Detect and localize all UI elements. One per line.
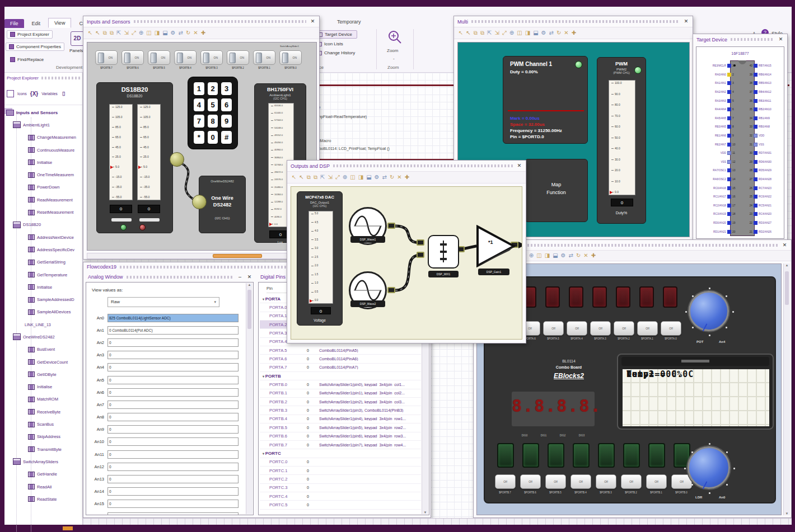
port-button[interactable]: Off xyxy=(590,321,611,336)
toolbar-icon[interactable]: ↖ xyxy=(459,30,463,36)
pin-row[interactable]: RE0/AN58 xyxy=(698,123,739,131)
find-replace-button[interactable]: Find/Replace xyxy=(7,55,47,64)
toolbar-icon[interactable]: ↖ xyxy=(88,30,92,36)
channel-value-input[interactable]: 825 ComboBL0114(LightSensor ADC) xyxy=(107,314,238,322)
dsp-canvas[interactable]: MCP47x6 DAC DAC_Output1 (I2C CH1) 5.04.5… xyxy=(291,186,522,340)
analog-row[interactable]: An160 xyxy=(88,510,244,515)
analog-row[interactable]: An100 xyxy=(88,436,244,448)
channel-value-input[interactable]: 0 ComboBL0114(Pot ADC) xyxy=(107,326,238,335)
pin-row[interactable]: 21RD2/AN26 xyxy=(746,227,784,236)
pin-row[interactable]: RC0/AN1615 xyxy=(698,183,739,192)
close-icon[interactable]: ✕ xyxy=(246,275,252,280)
dsp-gain-component[interactable] xyxy=(476,225,516,267)
pin-row[interactable]: 29RD6/AN30 xyxy=(746,158,784,167)
digital-pin-row[interactable]: PORTB.20SwitchArraySlider1(pin2), keypad… xyxy=(260,398,421,406)
toolbar-icon[interactable]: ⧉ xyxy=(103,30,107,36)
toolbar-icon[interactable]: ⊕ xyxy=(529,253,534,258)
channel-value-input[interactable]: 0 xyxy=(107,388,238,397)
toolbar-icon[interactable]: ◨ xyxy=(358,175,363,180)
v-scrollbar[interactable]: ▲ xyxy=(246,283,252,514)
analog-row[interactable]: An60 xyxy=(88,386,244,398)
pin-row[interactable]: RE3/MCLR1 xyxy=(698,62,739,70)
toolbar-icon[interactable]: ↖ xyxy=(299,175,303,180)
toolbar-icon[interactable]: ⇲ xyxy=(124,30,128,36)
tree-item[interactable]: Initialise xyxy=(4,381,82,393)
port-button[interactable]: Off xyxy=(545,474,566,489)
port-button[interactable]: Off xyxy=(570,474,591,489)
port-button[interactable]: Off xyxy=(543,321,564,336)
channel-value-input[interactable]: 0 xyxy=(107,401,238,409)
pin-row[interactable]: RC3/AN1918 xyxy=(698,210,739,219)
toolbar-icon[interactable]: ✚ xyxy=(405,175,409,180)
digital-pin-row[interactable]: PORTB.10SwitchArraySlider1(pin1), keypad… xyxy=(260,389,421,398)
tree-item[interactable]: AmbientLight1 xyxy=(4,119,82,131)
toolbar-icon[interactable]: ⚙ xyxy=(541,30,546,36)
pin-row[interactable]: RE2/AN710 xyxy=(698,140,739,149)
toolbar-icon[interactable]: ✕ xyxy=(583,253,588,258)
toolbar-icon[interactable]: ◨ xyxy=(545,253,550,258)
pin-row[interactable]: RD0/AN2019 xyxy=(698,219,739,228)
pin-row[interactable]: RA5/AN57 xyxy=(698,114,739,123)
analog-row[interactable]: An10 ComboBL0114(Pot ADC) xyxy=(88,324,244,336)
pin-row[interactable]: 26RC7/AN23 xyxy=(746,183,784,192)
toolbar-icon[interactable]: ◫ xyxy=(517,30,522,36)
wire-node[interactable] xyxy=(192,195,207,209)
analog-row[interactable]: An0825 ComboBL0114(LightSensor ADC) xyxy=(88,312,244,324)
analog-row[interactable]: An70 xyxy=(88,398,244,411)
analog-row[interactable]: An150 xyxy=(88,498,244,510)
toolbar-icon[interactable]: ↖ xyxy=(292,175,296,180)
toolbar-icon[interactable]: ↻ xyxy=(556,30,561,36)
tree-item[interactable]: GetDeviceCount xyxy=(4,356,82,368)
analog-row[interactable]: An110 xyxy=(88,448,244,460)
digital-pin-row[interactable]: PORTB.50SwitchArraySlider1(pin5), keypad… xyxy=(260,423,421,432)
channel-value-input[interactable]: 0 xyxy=(107,425,238,434)
pin-row[interactable]: 28RD5/AN29 xyxy=(746,166,784,175)
toolbar-icon[interactable]: ↖ xyxy=(95,30,100,36)
pwm-slider-component[interactable]: PWM PWM2 (PWM CH1) 100.090.080.070.060.0… xyxy=(597,57,646,224)
pot-knob[interactable] xyxy=(689,291,729,331)
inputs-canvas[interactable]: ON $PORTB.7 ON $PORTB.6 ON $PORTB.5 ON $… xyxy=(87,42,317,251)
toolbar-icon[interactable]: ◫ xyxy=(536,253,541,258)
tree-item[interactable]: AddressSpecificDev xyxy=(4,243,82,256)
pin-row[interactable]: 23RC4/AN20 xyxy=(746,210,784,219)
digital-pin-row[interactable]: PORTC.40 xyxy=(260,492,421,501)
pin-row[interactable]: RE1/AN69 xyxy=(698,131,739,140)
tree-item[interactable]: GetIDByte xyxy=(4,368,82,380)
pin-row[interactable]: 30RD7/AN31 xyxy=(746,149,784,158)
tree-item[interactable]: GetTemperature xyxy=(4,269,82,281)
close-icon[interactable]: ✕ xyxy=(782,243,788,248)
tree-item[interactable]: TransmitByte xyxy=(4,443,82,455)
analog-row[interactable]: An80 xyxy=(88,411,244,423)
ribbon-tab[interactable]: Edit xyxy=(26,19,46,28)
toolbar-icon[interactable]: ◨ xyxy=(155,30,160,36)
tree-item[interactable]: MatchROM xyxy=(4,393,82,406)
variables-icon[interactable]: {X} xyxy=(30,91,38,97)
toolbar-icon[interactable]: ⇄ xyxy=(569,253,573,258)
toolbar-icon[interactable]: ⤢ xyxy=(335,175,340,180)
port-button[interactable]: Off xyxy=(520,474,541,489)
digital-pin-row[interactable]: PORTB.30SwitchArraySlider1(pin3), ComboB… xyxy=(260,406,421,415)
digital-pin-row[interactable]: PORTB.60SwitchArraySlider1(pin6), keypad… xyxy=(260,432,421,441)
port-button[interactable]: Off xyxy=(637,321,658,336)
tree-item[interactable]: ChangeMeasuremen xyxy=(4,131,82,144)
close-icon[interactable]: ✕ xyxy=(683,19,689,24)
tree-item[interactable]: ReceiveByte xyxy=(4,406,82,418)
port-button[interactable]: Off xyxy=(621,474,642,489)
close-icon[interactable]: ✕ xyxy=(310,19,316,24)
toolbar-icon[interactable]: ⬓ xyxy=(553,253,558,258)
toolbar-icon[interactable]: ⧉ xyxy=(474,30,478,36)
toolbar-icon[interactable]: ↻ xyxy=(186,30,190,36)
ribbon-tab[interactable]: File xyxy=(4,19,24,28)
channel-value-input[interactable]: 0 xyxy=(107,512,238,515)
toolbar-icon[interactable]: ✚ xyxy=(591,253,596,258)
digital-pin-row[interactable]: PORTB.70SwitchArraySlider1(pin7), keypad… xyxy=(260,441,421,449)
pin-row[interactable]: RA1/AN13 xyxy=(698,79,739,88)
pin-row[interactable]: RA2/AN24 xyxy=(698,88,739,97)
window-titlebar[interactable]: Inputs and Sensors✕ xyxy=(83,16,319,27)
toolbar-icon[interactable]: ⊕ xyxy=(139,30,143,36)
window-titlebar[interactable]: Multi✕ xyxy=(454,16,693,27)
tree-item[interactable]: Inputs and Sensors xyxy=(4,106,82,119)
ribbon-check[interactable]: Icon Lists xyxy=(315,40,357,48)
map-function-box[interactable]: Map Function xyxy=(525,159,588,222)
tree-item[interactable]: ContinuousMeasure xyxy=(4,144,82,156)
